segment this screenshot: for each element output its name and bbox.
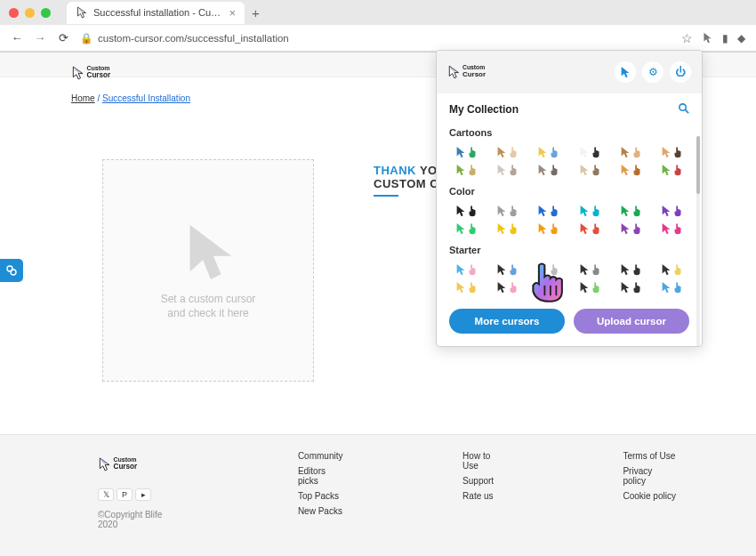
svg-text:Cursor: Cursor <box>87 71 112 79</box>
twitter-icon[interactable]: 𝕏 <box>98 488 114 501</box>
popup-settings-button[interactable]: ⚙ <box>642 61 664 83</box>
cursor-item[interactable] <box>573 278 607 296</box>
footer-link[interactable]: Editors picks <box>298 466 347 486</box>
cursor-item[interactable] <box>449 220 483 238</box>
svg-line-9 <box>685 109 688 113</box>
footer-col-3: Terms of UsePrivacy policyCookie policy <box>623 451 676 529</box>
cursor-item[interactable] <box>573 220 607 238</box>
breadcrumb: Home / Successful Installation <box>71 93 190 103</box>
extension-icon[interactable]: ▮ <box>722 32 728 44</box>
popup-power-button[interactable]: ⏻ <box>670 61 691 83</box>
cursor-item[interactable] <box>490 202 524 220</box>
cursor-item[interactable] <box>573 261 607 278</box>
nav-back-button[interactable]: ← <box>11 31 23 44</box>
cursor-item[interactable] <box>490 220 524 238</box>
svg-text:Custom: Custom <box>114 456 137 463</box>
cursor-demo-area[interactable]: Set a custom cursor and check it here <box>102 159 314 382</box>
side-widget-button[interactable] <box>0 259 23 282</box>
cursor-section: Starter <box>437 239 702 298</box>
close-window-icon[interactable] <box>9 8 19 18</box>
footer-link[interactable]: How to Use <box>462 451 507 471</box>
lock-icon: 🔒 <box>80 32 92 44</box>
cursor-item[interactable] <box>490 261 524 278</box>
cursor-item[interactable] <box>532 261 566 278</box>
cursor-item[interactable] <box>449 278 483 296</box>
breadcrumb-home[interactable]: Home <box>71 93 95 103</box>
cursor-item[interactable] <box>449 143 483 161</box>
svg-point-3 <box>11 270 16 275</box>
cursor-item[interactable] <box>614 220 647 238</box>
demo-text-line2: and check it here <box>161 307 256 321</box>
svg-text:Custom: Custom <box>462 64 485 70</box>
page-footer: Custom Cursor 𝕏 P ▸ ©Copyright Blife 202… <box>0 434 756 556</box>
popup-scrollbar-thumb[interactable] <box>696 136 700 194</box>
tab-favicon-icon <box>76 6 88 19</box>
section-label: Starter <box>449 245 689 255</box>
cursor-item[interactable] <box>614 278 647 296</box>
nav-reload-button[interactable]: ⟳ <box>57 31 69 44</box>
cursor-item[interactable] <box>614 161 647 179</box>
cursor-item[interactable] <box>532 161 566 179</box>
pinterest-icon[interactable]: P <box>117 488 133 501</box>
browser-tab[interactable]: Successful installation - Custom × <box>67 2 245 24</box>
cursor-item[interactable] <box>614 143 647 161</box>
custom-cursor-extension-icon[interactable] <box>702 32 713 44</box>
new-tab-button[interactable]: + <box>252 5 260 20</box>
window-controls[interactable] <box>9 8 51 18</box>
copyright-text: ©Copyright Blife 2020 <box>98 510 182 529</box>
footer-link[interactable]: Rate us <box>462 491 507 501</box>
cursor-item[interactable] <box>449 261 483 278</box>
footer-link[interactable]: Community <box>298 451 347 461</box>
upload-cursor-button[interactable]: Upload cursor <box>574 309 689 334</box>
footer-link[interactable]: Support <box>462 476 507 486</box>
tab-close-icon[interactable]: × <box>229 6 236 20</box>
footer-link[interactable]: Terms of Use <box>623 451 676 461</box>
cursor-item[interactable] <box>655 143 689 161</box>
cursor-item[interactable] <box>532 278 566 296</box>
cursor-item[interactable] <box>490 161 524 179</box>
bookmark-star-icon[interactable]: ☆ <box>681 31 693 45</box>
cursor-item[interactable] <box>655 161 689 179</box>
cursor-item[interactable] <box>655 261 689 278</box>
cursor-item[interactable] <box>449 161 483 179</box>
minimize-window-icon[interactable] <box>25 8 35 18</box>
more-cursors-button[interactable]: More cursors <box>449 309 565 334</box>
cursor-item[interactable] <box>532 143 566 161</box>
search-icon[interactable] <box>678 102 689 117</box>
cursor-item[interactable] <box>573 202 607 220</box>
popup-pointer-button[interactable] <box>615 61 636 83</box>
footer-col-1: CommunityEditors picksTop PacksNew Packs <box>298 451 347 529</box>
cursor-item[interactable] <box>573 161 607 179</box>
footer-link[interactable]: Privacy policy <box>623 466 676 486</box>
cursor-item[interactable] <box>655 202 689 220</box>
browser-chrome: Successful installation - Custom × + ← →… <box>0 0 756 52</box>
site-logo[interactable]: Custom Cursor <box>71 59 133 91</box>
footer-link[interactable]: Top Packs <box>298 491 347 501</box>
nav-forward-button[interactable]: → <box>34 31 46 44</box>
cursor-item[interactable] <box>490 278 524 296</box>
address-bar[interactable]: 🔒 custom-cursor.com/successful_installat… <box>80 32 671 44</box>
cursor-item[interactable] <box>532 220 566 238</box>
cursor-item[interactable] <box>655 220 689 238</box>
url-text: custom-cursor.com/successful_installatio… <box>98 33 289 44</box>
footer-link[interactable]: New Packs <box>298 506 347 516</box>
footer-col-2: How to UseSupportRate us <box>462 451 507 529</box>
cursor-item[interactable] <box>614 261 647 278</box>
footer-logo[interactable]: Custom Cursor <box>98 451 182 479</box>
cursor-item[interactable] <box>449 202 483 220</box>
footer-link[interactable]: Cookie policy <box>623 491 676 501</box>
demo-cursor-icon <box>181 220 235 282</box>
extension-icon[interactable]: ◆ <box>737 32 745 44</box>
cursor-item[interactable] <box>573 143 607 161</box>
youtube-icon[interactable]: ▸ <box>135 488 151 501</box>
cursor-item[interactable] <box>655 278 689 296</box>
cursor-item[interactable] <box>490 143 524 161</box>
svg-text:Custom: Custom <box>87 65 110 71</box>
breadcrumb-current[interactable]: Successful Installation <box>102 93 190 103</box>
cursor-item[interactable] <box>614 202 647 220</box>
demo-text-line1: Set a custom cursor <box>161 293 256 307</box>
maximize-window-icon[interactable] <box>41 8 51 18</box>
section-label: Color <box>449 186 689 197</box>
svg-text:Cursor: Cursor <box>462 70 486 78</box>
cursor-item[interactable] <box>532 202 566 220</box>
